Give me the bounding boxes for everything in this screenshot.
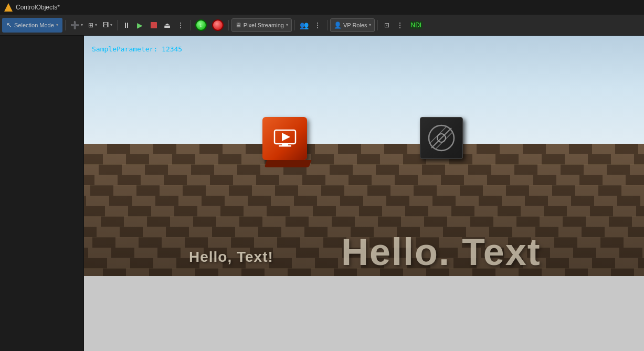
cinematics-button[interactable]: 🎞 ▾ (100, 18, 114, 33)
snap-button[interactable]: ⊞ ▾ (86, 18, 99, 33)
selection-mode-label: Selection Mode (14, 22, 54, 28)
vp-roles-button[interactable]: 👤 VP Roles ▾ (330, 18, 375, 32)
more-play-options[interactable]: ⋮ (175, 18, 187, 33)
separator-6 (327, 20, 328, 30)
red-cube-face (262, 117, 307, 160)
red-cube-bottom (264, 160, 311, 167)
svg-rect-2 (279, 145, 291, 147)
add-actor-icon: ➕ (70, 21, 79, 29)
streaming-monitor-icon (273, 129, 297, 148)
main-viewport[interactable]: SampleParameter: 12345 (84, 36, 644, 276)
pixel-streaming-button[interactable]: 🖥 Pixel Streaming ▾ (231, 18, 292, 32)
separator-3 (190, 20, 191, 30)
cinematics-icon: 🎞 (102, 22, 109, 29)
title-bar-text: ControlObjects* (16, 4, 60, 11)
snap-chevron: ▾ (95, 23, 97, 27)
pixel-streaming-chevron: ▾ (286, 23, 288, 27)
separator-5 (294, 20, 295, 30)
live-link-button[interactable] (210, 18, 226, 33)
svg-line-5 (431, 128, 451, 148)
vp-roles-label: VP Roles (343, 22, 367, 28)
left-panel (0, 36, 84, 351)
multiplayer-options-icon: ⋮ (314, 21, 322, 29)
cinematics-chevron: ▾ (110, 23, 112, 27)
sample-parameter-text: SampleParameter: 12345 (92, 45, 182, 53)
dark-cube-object (420, 117, 467, 164)
add-actor-button[interactable]: ➕ ▾ (68, 18, 85, 33)
pause-icon: ⏸ (123, 21, 130, 29)
viewport-area: SampleParameter: 12345 (0, 36, 644, 351)
multiplayer-button[interactable]: 👥 (298, 18, 311, 33)
viewport-options-button[interactable]: ⊡ (381, 18, 393, 33)
more-options-button[interactable]: ⋮ (394, 18, 407, 33)
pixel-streaming-label: Pixel Streaming (244, 22, 284, 28)
svg-marker-3 (282, 133, 290, 141)
stop-icon (151, 22, 157, 28)
multiplayer-icon: 👥 (300, 21, 309, 29)
eject-button[interactable]: ⏏ (161, 18, 174, 33)
ndi-icon: NDI (410, 21, 423, 29)
separator-7 (377, 20, 378, 30)
source-control-button[interactable]: ↓ (193, 18, 209, 33)
hello-text-large: Hello. Text (341, 230, 541, 273)
ndi-button[interactable]: NDI (408, 18, 425, 33)
play-button[interactable]: ▶ (134, 18, 146, 33)
pause-button[interactable]: ⏸ (120, 18, 133, 33)
add-actor-chevron: ▾ (81, 23, 83, 27)
app-icon (4, 3, 13, 12)
title-bar: ControlObjects* (0, 0, 644, 15)
multiplayer-options-button[interactable]: ⋮ (312, 18, 324, 33)
dark-cube-face (420, 117, 463, 159)
more-play-icon: ⋮ (177, 21, 185, 29)
main-toolbar: ↖ Selection Mode ▾ ➕ ▾ ⊞ ▾ 🎞 ▾ ⏸ ▶ ⏏ ⋮ ↓ (0, 15, 644, 36)
source-control-icon: ↓ (195, 19, 207, 31)
dark-cube (420, 117, 467, 164)
separator-4 (228, 20, 229, 30)
stop-button[interactable] (147, 18, 160, 33)
cursor-icon: ↖ (6, 21, 12, 29)
selection-mode-button[interactable]: ↖ Selection Mode ▾ (2, 18, 62, 33)
live-link-icon (212, 19, 224, 31)
viewport-options-icon: ⊡ (384, 22, 389, 29)
hello-text-small: Hello, Text! (189, 249, 273, 265)
svg-rect-1 (282, 144, 288, 145)
separator-2 (117, 20, 118, 30)
pixel-streaming-cube (262, 117, 312, 164)
separator-1 (65, 20, 66, 30)
eject-icon: ⏏ (164, 21, 171, 29)
play-icon: ▶ (137, 21, 143, 29)
red-cube (262, 117, 312, 164)
bottom-panel (84, 276, 644, 351)
pixel-streaming-icon: 🖥 (235, 22, 241, 29)
selection-mode-chevron: ▾ (56, 23, 58, 27)
snap-icon: ⊞ (88, 22, 93, 29)
vp-roles-chevron: ▾ (369, 23, 371, 27)
vp-roles-icon: 👤 (334, 22, 342, 29)
more-options-icon: ⋮ (396, 21, 404, 29)
